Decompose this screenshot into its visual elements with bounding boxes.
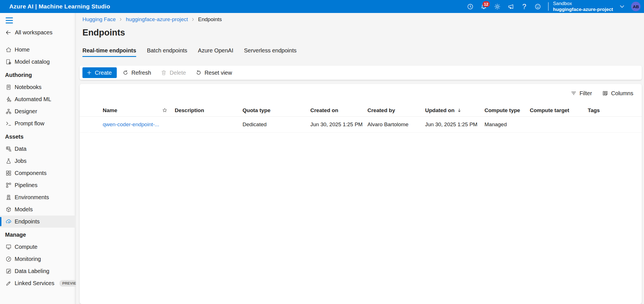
notebooks-icon [5, 84, 12, 91]
designer-icon [5, 108, 12, 115]
sidebar-item-environments[interactable]: Environments [0, 191, 76, 203]
notifications-button[interactable]: 12 [478, 1, 490, 12]
refresh-icon [122, 70, 129, 76]
components-icon [5, 170, 12, 177]
tab-real-time-endpoints[interactable]: Real-time endpoints [82, 47, 136, 57]
question-mark-icon: ? [522, 3, 526, 11]
monitoring-icon [5, 256, 12, 263]
column-header-compute-target[interactable]: Compute target [530, 107, 588, 114]
data-labeling-icon [5, 268, 12, 275]
compute-icon [5, 244, 12, 250]
preview-badge: PREVIEW [59, 280, 76, 287]
cell-created-on: Jun 30, 2025 1:25 PM [310, 121, 367, 128]
sidebar-item-home[interactable]: Home [0, 44, 76, 56]
app-window: Azure AI | Machine Learning Studio 12 ? … [0, 0, 644, 304]
automated-ml-icon [5, 96, 12, 103]
sidebar-section-assets: Assets [0, 130, 76, 143]
table-row[interactable]: qwen-coder-endpoint-... Dedicated Jun 30… [80, 117, 642, 133]
model-catalog-icon [5, 59, 12, 65]
breadcrumb-link-project[interactable]: huggingface-azure-project [126, 16, 188, 23]
linked-services-icon [5, 280, 12, 287]
table-header-row: Name Description Quota type Created on C… [80, 104, 642, 117]
all-workspaces-link[interactable]: All workspaces [0, 27, 76, 38]
column-header-name[interactable]: Name [103, 107, 162, 114]
tab-serverless-endpoints[interactable]: Serverless endpoints [244, 47, 297, 57]
gear-icon [494, 3, 501, 10]
sidebar-item-designer[interactable]: Designer [0, 105, 76, 117]
sidebar-item-compute[interactable]: Compute [0, 241, 76, 253]
breadcrumb: Hugging Face huggingface-azure-project E… [82, 16, 644, 23]
filter-icon [571, 90, 577, 96]
page-title: Endpoints [82, 28, 644, 38]
topbar: Azure AI | Machine Learning Studio 12 ? … [0, 0, 644, 13]
workspace-chevron-down-icon[interactable] [616, 1, 628, 12]
column-header-tags[interactable]: Tags [588, 107, 633, 114]
app-title: Azure AI | Machine Learning Studio [9, 3, 110, 10]
endpoints-table-card: Filter Columns Name Description Quota ty… [80, 84, 642, 304]
home-icon [5, 46, 12, 53]
history-icon[interactable] [464, 1, 477, 12]
column-header-compute-type[interactable]: Compute type [484, 107, 530, 114]
sidebar-item-jobs[interactable]: Jobs [0, 155, 76, 167]
sidebar-item-data-labeling[interactable]: Data Labeling [0, 265, 76, 277]
workspace-switcher[interactable]: Sandbox huggingface-azure-project [553, 1, 613, 13]
megaphone-icon [507, 3, 514, 10]
announcements-button[interactable] [505, 1, 517, 12]
endpoints-icon [5, 218, 12, 225]
sidebar-item-endpoints[interactable]: Endpoints [0, 216, 76, 228]
breadcrumb-chevron-icon [191, 17, 195, 21]
sidebar-item-notebooks[interactable]: Notebooks [0, 81, 76, 93]
delete-button[interactable]: Delete [157, 67, 190, 78]
sidebar-item-models[interactable]: Models [0, 203, 76, 216]
prompt-flow-icon [5, 120, 12, 127]
create-button[interactable]: Create [82, 67, 117, 78]
clock-icon [467, 3, 474, 10]
reset-icon [196, 70, 202, 76]
help-button[interactable]: ? [518, 1, 531, 12]
column-header-description[interactable]: Description [175, 107, 243, 114]
jobs-icon [5, 158, 12, 165]
sidebar-item-model-catalog[interactable]: Model catalog [0, 56, 76, 68]
back-arrow-icon [5, 29, 12, 36]
hamburger-menu-icon[interactable] [5, 16, 14, 25]
sidebar-item-pipelines[interactable]: Pipelines [0, 179, 76, 191]
columns-button[interactable]: Columns [602, 90, 633, 97]
column-header-quota-type[interactable]: Quota type [243, 107, 310, 114]
tab-batch-endpoints[interactable]: Batch endpoints [147, 47, 187, 57]
smiley-icon [534, 3, 541, 10]
cell-quota-type: Dedicated [243, 121, 310, 128]
column-header-created-on[interactable]: Created on [310, 107, 367, 114]
avatar[interactable]: AB [631, 2, 641, 11]
feedback-button[interactable] [532, 1, 544, 12]
breadcrumb-link-hub[interactable]: Hugging Face [82, 16, 116, 23]
filter-button[interactable]: Filter [571, 90, 592, 97]
endpoint-name-link[interactable]: qwen-coder-endpoint-... [103, 121, 159, 127]
trash-icon [161, 70, 167, 76]
column-header-favorite[interactable] [162, 107, 175, 113]
column-header-updated-on[interactable]: Updated on [425, 107, 484, 114]
sidebar-item-data[interactable]: Data [0, 143, 76, 155]
cell-updated-on: Jun 30, 2025 1:25 PM [425, 121, 484, 128]
models-icon [5, 206, 12, 213]
notification-badge: 12 [483, 1, 490, 7]
sidebar-item-components[interactable]: Components [0, 167, 76, 179]
column-header-created-by[interactable]: Created by [367, 107, 425, 114]
pipelines-icon [5, 182, 12, 189]
reset-view-button[interactable]: Reset view [192, 67, 236, 78]
star-icon [162, 107, 168, 113]
settings-button[interactable] [491, 1, 504, 12]
sidebar-item-linked-services[interactable]: Linked Services PREVIEW [0, 277, 76, 289]
sidebar-item-monitoring[interactable]: Monitoring [0, 253, 76, 265]
plus-icon [86, 70, 92, 76]
data-icon [5, 146, 12, 152]
breadcrumb-chevron-icon [119, 17, 123, 21]
sidebar-item-automated-ml[interactable]: Automated ML [0, 93, 76, 105]
topbar-actions: 12 ? Sandbox huggingface-azure-project A… [464, 1, 641, 13]
cell-created-by: Alvaro Bartolome [367, 121, 425, 128]
tab-azure-openai[interactable]: Azure OpenAI [198, 47, 234, 57]
main-content: Hugging Face huggingface-azure-project E… [76, 13, 644, 304]
refresh-button[interactable]: Refresh [118, 67, 155, 78]
cell-compute-type: Managed [484, 121, 530, 128]
sidebar-section-manage: Manage [0, 228, 76, 241]
sidebar-item-prompt-flow[interactable]: Prompt flow [0, 117, 76, 130]
